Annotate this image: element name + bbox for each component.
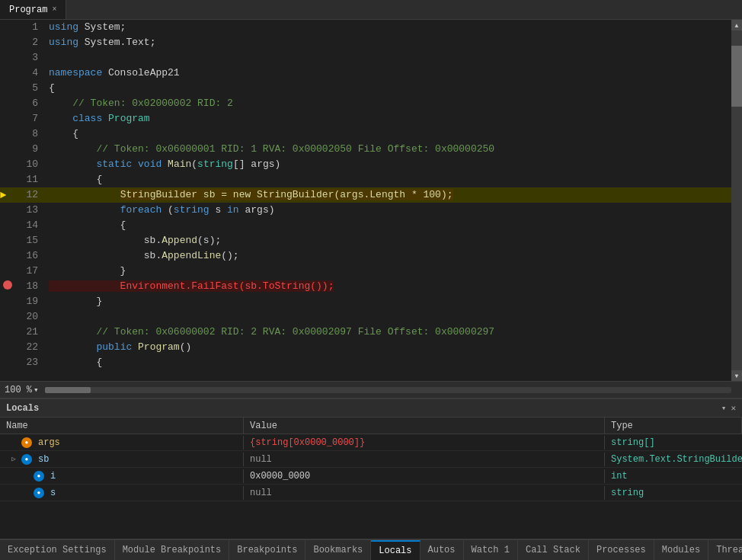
line-content: { [46,172,731,187]
line-content: using System.Text; [46,35,731,50]
variable-type: string[] [611,437,655,448]
zoom-dropdown[interactable]: ▾ [34,385,39,395]
column-header-type: Type [605,418,742,434]
line-content: { [46,81,731,96]
variable-icon: ● [34,471,44,482]
bottom-tab[interactable]: Exception Settings [0,540,115,560]
td-type: int [605,469,742,483]
variable-value: {string[0x0000_0000]} [250,437,365,448]
code-line: 17 } [0,264,731,279]
bottom-tab[interactable]: Processes [589,540,654,560]
scroll-up-button[interactable]: ▲ [731,20,742,30]
column-header-value: Value [244,418,605,434]
line-number: 7 [17,111,46,126]
code-line: 9 // Token: 0x06000001 RID: 1 RVA: 0x000… [0,142,731,157]
line-number: 15 [17,233,46,248]
code-line: 10 static void Main(string[] args) [0,157,731,172]
locals-table: Name Value Type ●args{string[0x0000_0000… [0,418,742,539]
variable-icon: ● [21,454,32,465]
line-number: 8 [17,126,46,142]
line-number: 5 [17,81,46,96]
code-line: 20 [0,309,731,325]
panel-title: Locals [6,403,39,414]
variable-name: sb [38,454,49,465]
line-content: class Program [46,111,731,126]
expand-icon[interactable]: ▷ [9,455,18,464]
code-line: 6 // Token: 0x02000002 RID: 2 [0,96,731,111]
code-line: 14 { [0,218,731,233]
td-value: null [244,453,605,466]
code-line: 8 { [0,126,731,142]
bottom-tab[interactable]: Watch 1 [464,540,518,560]
breakpoint-area[interactable]: ► [0,189,17,201]
execution-arrow: ► [0,189,6,201]
bottom-tab[interactable]: Locals [371,540,420,560]
column-header-name: Name [0,418,244,434]
scroll-down-button[interactable]: ▼ [731,370,742,381]
td-name: ●s [0,486,244,500]
expand-icon[interactable] [9,438,18,447]
variable-type: string [611,488,644,498]
locals-rows: ●args{string[0x0000_0000]}string[]▷●sbnu… [0,434,742,501]
code-line: 19 } [0,294,731,309]
table-row[interactable]: ●snullstring [0,485,742,501]
variable-type: int [611,471,628,482]
line-content: static void Main(string[] args) [46,157,731,172]
table-row[interactable]: ●args{string[0x0000_0000]}string[] [0,434,742,451]
line-number: 16 [17,248,46,264]
vertical-scrollbar[interactable]: ▲ ▼ [731,20,742,381]
td-value: {string[0x0000_0000]} [244,436,605,450]
breakpoint-dot [3,280,12,290]
line-number: 20 [17,309,46,325]
bottom-tab[interactable]: Autos [421,540,464,560]
line-content [46,50,731,66]
line-number: 17 [17,264,46,279]
code-editor: 1using System;2using System.Text;34names… [0,20,742,398]
table-row[interactable]: ▷●sbnullSystem.Text.StringBuilder [0,451,742,468]
line-content: public Program() [46,340,731,355]
scroll-thumb[interactable] [731,46,742,107]
panel-controls: ▾ ✕ [721,403,736,413]
td-name: ●i [0,469,244,483]
panel-header: Locals ▾ ✕ [0,399,742,418]
code-line: 23 { [0,355,731,370]
line-content: // Token: 0x02000002 RID: 2 [46,96,731,111]
line-content: Environment.FailFast(sb.ToString()); [46,279,731,294]
expand-icon[interactable] [21,472,30,481]
breakpoint-area[interactable] [0,280,17,293]
line-number: 13 [17,203,46,218]
bottom-tab[interactable]: Modules [654,540,708,560]
expand-icon[interactable] [21,488,30,498]
panel-pin-button[interactable]: ▾ [721,403,727,413]
bottom-tab[interactable]: Bookmarks [305,540,371,560]
line-number: 4 [17,66,46,81]
code-line: 13 foreach (string s in args) [0,203,731,218]
horizontal-scroll-thumb[interactable] [45,387,91,393]
bottom-tab[interactable]: Breakpoints [229,540,305,560]
bottom-tab[interactable]: Module Breakpoints [115,540,230,560]
bottom-tabs: Exception SettingsModule BreakpointsBrea… [0,539,742,560]
line-content: // Token: 0x06000002 RID: 2 RVA: 0x00002… [46,325,731,340]
line-content: foreach (string s in args) [46,203,731,218]
bottom-tab[interactable]: Call Stack [518,540,589,560]
panel-close-button[interactable]: ✕ [731,403,736,413]
line-number: 23 [17,355,46,370]
locals-panel: Locals ▾ ✕ Name Value Type ●args{string[… [0,398,742,539]
code-line: 21 // Token: 0x06000002 RID: 2 RVA: 0x00… [0,325,731,340]
tab-close-button[interactable]: × [52,5,56,14]
variable-type: System.Text.StringBuilder [611,454,742,465]
horizontal-scrollbar[interactable] [45,387,731,393]
code-line: 18 Environment.FailFast(sb.ToString()); [0,279,731,294]
program-tab[interactable]: Program × [0,0,66,19]
variable-icon: ● [21,437,32,448]
td-type: string [605,486,742,500]
line-content: sb.Append(s); [46,233,731,248]
table-row[interactable]: ●i0x0000_0000int [0,468,742,485]
line-number: 12 [17,187,46,203]
line-number: 3 [17,50,46,66]
bottom-tabs-container: Exception SettingsModule BreakpointsBrea… [0,540,742,560]
bottom-tab[interactable]: Threads [708,540,742,560]
code-line: 5{ [0,81,731,96]
line-content: } [46,264,731,279]
code-line: 11 { [0,172,731,187]
